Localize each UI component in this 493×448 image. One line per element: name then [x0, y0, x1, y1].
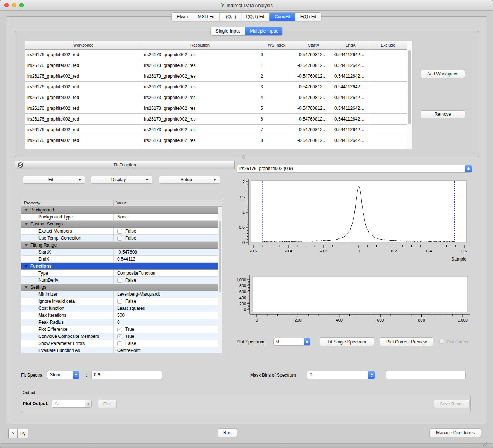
cell-startx[interactable]: -0.54760812… — [295, 71, 332, 82]
cell-endx[interactable]: 0.544112642… — [332, 114, 369, 125]
cell-exclude[interactable] — [369, 71, 407, 82]
cell-resolution[interactable]: irs26173_graphite002_res — [142, 114, 258, 125]
cell-workspace[interactable]: irs26176_graphite002_red — [25, 60, 142, 71]
cell-ws-index[interactable]: 4 — [258, 92, 295, 103]
checkbox-unchecked-icon[interactable] — [117, 229, 122, 234]
cell-endx[interactable]: 0.544112642… — [332, 82, 369, 92]
property-value[interactable]: Levenberg-Marquardt — [114, 291, 222, 298]
resize-grip-icon[interactable] — [482, 441, 487, 447]
cell-startx[interactable]: -0.54760812… — [295, 125, 332, 135]
collapse-triangle-icon[interactable] — [25, 265, 28, 267]
run-button[interactable]: Run — [218, 428, 237, 437]
property-value[interactable]: False — [114, 277, 222, 284]
cell-endx[interactable]: 0.544112642… — [332, 135, 369, 146]
cell-resolution[interactable]: irs26173_graphite002_res — [142, 125, 258, 135]
display-menu-button[interactable]: Display — [91, 176, 152, 184]
cell-exclude[interactable] — [369, 50, 407, 60]
property-group-custom-settings[interactable]: Custom Settings — [21, 221, 222, 228]
cell-exclude[interactable] — [369, 135, 407, 146]
help-button[interactable]: ? — [9, 429, 18, 438]
checkbox-unchecked-icon[interactable] — [117, 278, 122, 283]
cell-resolution[interactable]: irs26173_graphite002_res — [142, 82, 258, 92]
cell-startx[interactable]: -0.54760812… — [295, 114, 332, 125]
checkbox-checked-icon[interactable]: ✓ — [117, 334, 122, 339]
cell-exclude[interactable] — [369, 103, 407, 114]
tab-convfit[interactable]: ConvFit — [270, 13, 296, 21]
cell-resolution[interactable]: irs26173_graphite002_res — [142, 135, 258, 146]
tab-f-q-fit[interactable]: F(Q) Fit — [296, 13, 321, 21]
cell-startx[interactable]: -0.54760812… — [295, 135, 332, 146]
cell-startx[interactable]: -0.54760812… — [295, 60, 332, 71]
cell-endx[interactable]: 0.544112642… — [332, 103, 369, 114]
cell-workspace[interactable]: irs26176_graphite002_red — [25, 82, 142, 92]
cell-ws-index[interactable]: 0 — [258, 50, 295, 60]
mask-bins-spectrum-combo[interactable]: 0 — [307, 371, 375, 379]
cell-resolution[interactable]: irs26173_graphite002_res — [142, 50, 258, 60]
fit-single-spectrum-button[interactable]: Fit Single Spectrum — [320, 337, 374, 346]
cell-ws-index[interactable]: 8 — [258, 135, 295, 146]
column-header-startx[interactable]: StartX — [295, 41, 332, 50]
scrollbar-thumb[interactable] — [408, 50, 411, 124]
preview-workspace-selector[interactable]: irs26176_graphite002 (0-9) — [237, 165, 472, 173]
property-value[interactable]: False — [114, 235, 222, 241]
cell-exclude[interactable] — [369, 82, 407, 92]
property-table-scrollbar[interactable] — [218, 207, 222, 353]
column-header-ws-index[interactable]: WS Index — [258, 41, 295, 50]
property-value[interactable]: 500 — [114, 312, 222, 319]
manage-directories-button[interactable]: Manage Directories — [429, 428, 481, 437]
cell-endx[interactable]: 0.544112642… — [332, 60, 369, 71]
input-mode-multiple-input[interactable]: Multiple Input — [245, 27, 282, 35]
property-value[interactable]: False — [114, 340, 222, 347]
cell-ws-index[interactable]: 7 — [258, 125, 295, 135]
save-result-button[interactable]: Save Result — [434, 400, 470, 408]
property-value[interactable]: ✓True — [114, 333, 222, 340]
property-group-background[interactable]: Background — [21, 207, 222, 214]
float-dock-icon[interactable] — [18, 162, 23, 168]
tab-elwin[interactable]: Elwin — [172, 13, 193, 21]
cell-endx[interactable]: 0.544112642… — [332, 50, 369, 60]
plot-output-combo[interactable]: All — [52, 400, 92, 408]
cell-workspace[interactable]: irs26176_graphite002_red — [25, 135, 142, 146]
cell-ws-index[interactable]: 3 — [258, 82, 295, 92]
cell-workspace[interactable]: irs26176_graphite002_red — [25, 125, 142, 135]
property-value[interactable]: 0.544113 — [114, 256, 222, 262]
cell-resolution[interactable]: irs26173_graphite002_res — [142, 103, 258, 114]
column-header-endx[interactable]: EndX — [332, 41, 369, 50]
checkbox-checked-icon[interactable]: ✓ — [117, 327, 122, 332]
cell-endx[interactable]: 0.544112642… — [332, 125, 369, 135]
cell-ws-index[interactable]: 2 — [258, 71, 295, 82]
cell-startx[interactable]: -0.54760812… — [295, 103, 332, 114]
tab-msd-fit[interactable]: MSD Fit — [193, 13, 220, 21]
cell-workspace[interactable]: irs26176_graphite002_red — [25, 114, 142, 125]
plot-guess-checkbox[interactable] — [439, 339, 444, 344]
checkbox-unchecked-icon[interactable] — [117, 341, 122, 346]
collapse-triangle-icon[interactable] — [25, 209, 28, 211]
cell-startx[interactable]: -0.54760812… — [295, 50, 332, 60]
cell-exclude[interactable] — [369, 114, 407, 125]
property-value[interactable]: CentrePoint — [114, 347, 222, 353]
cell-endx[interactable]: 0.544112642… — [332, 71, 369, 82]
python-export-button[interactable]: Py — [18, 429, 28, 438]
cell-exclude[interactable] — [369, 60, 407, 71]
cell-workspace[interactable]: irs26176_graphite002_red — [25, 50, 142, 60]
property-value[interactable]: -0.547608 — [114, 249, 222, 255]
fit-spectra-mode-combo[interactable]: String — [47, 371, 79, 379]
cell-exclude[interactable] — [369, 92, 407, 103]
collapse-triangle-icon[interactable] — [25, 244, 28, 246]
property-group-settings[interactable]: Settings — [21, 284, 222, 291]
property-value[interactable]: False — [114, 228, 222, 234]
plot-output-button[interactable]: Plot — [98, 400, 117, 408]
plot-spectrum-spinner[interactable]: 0 — [273, 338, 310, 346]
plot-current-preview-button[interactable]: Plot Current Preview — [380, 337, 434, 346]
setup-menu-button[interactable]: Setup — [159, 176, 220, 184]
cell-ws-index[interactable]: 6 — [258, 114, 295, 125]
remove-button[interactable]: Remove — [421, 110, 465, 118]
tab-i-q-t-fit[interactable]: I(Q, t) Fit — [241, 13, 269, 21]
splitter-handle[interactable] — [242, 155, 245, 159]
collapse-triangle-icon[interactable] — [25, 223, 28, 225]
fit-menu-button[interactable]: Fit — [23, 176, 85, 184]
cell-exclude[interactable] — [369, 125, 407, 135]
cell-startx[interactable]: -0.54760812… — [295, 82, 332, 92]
collapse-triangle-icon[interactable] — [25, 286, 28, 288]
column-header-resolution[interactable]: Resolution — [142, 41, 258, 50]
